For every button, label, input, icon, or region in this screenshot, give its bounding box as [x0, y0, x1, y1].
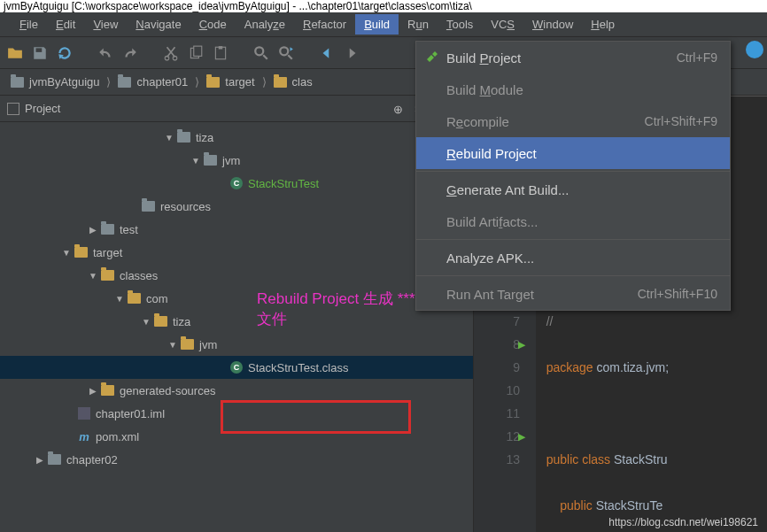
- menu-tools[interactable]: Tools: [438, 14, 482, 35]
- menu-build-project[interactable]: Build ProjectCtrl+F9: [416, 42, 730, 73]
- arrow-right-icon[interactable]: ▶: [89, 386, 97, 396]
- arrow-down-icon[interactable]: ▼: [191, 156, 200, 166]
- menu-window[interactable]: Window: [523, 14, 582, 35]
- line-number: 7: [474, 310, 520, 333]
- breadcrumb-item[interactable]: clas: [268, 75, 318, 89]
- folder-icon: [206, 77, 220, 88]
- menu-file[interactable]: File: [11, 14, 47, 35]
- undo-icon[interactable]: [97, 45, 113, 61]
- arrow-down-icon[interactable]: ▼: [115, 294, 124, 304]
- svg-rect-6: [219, 46, 223, 49]
- folder-icon: [48, 454, 61, 465]
- menu-help[interactable]: Help: [582, 14, 624, 35]
- window-title: jvmByAtguigu [C:\workspace\workspace_ide…: [0, 0, 767, 12]
- tree-node[interactable]: test: [120, 223, 138, 236]
- tree-node[interactable]: com: [146, 292, 168, 305]
- target-icon[interactable]: ⊕: [393, 103, 406, 115]
- menu-view[interactable]: View: [84, 14, 127, 35]
- tree-node[interactable]: tiza: [196, 131, 213, 144]
- menu-generate-ant[interactable]: Generate Ant Build...: [416, 173, 730, 205]
- arrow-down-icon[interactable]: ▼: [89, 271, 97, 281]
- menu-analyze[interactable]: Analyze: [236, 14, 294, 35]
- arrow-down-icon[interactable]: ▼: [168, 340, 177, 350]
- refresh-icon[interactable]: [57, 45, 73, 61]
- replace-icon[interactable]: [278, 45, 294, 61]
- tree-node[interactable]: resources: [160, 200, 211, 213]
- menu-recompile[interactable]: RecompileCtrl+Shift+F9: [416, 105, 730, 137]
- breadcrumb-item[interactable]: target: [201, 75, 260, 89]
- menu-separator: [416, 171, 730, 172]
- breadcrumb-item[interactable]: jvmByAtguigu: [5, 75, 105, 89]
- folder-icon: [181, 339, 194, 350]
- folder-icon: [101, 385, 114, 396]
- menu-run[interactable]: Run: [399, 14, 438, 35]
- project-tree[interactable]: ▼tiza ▼jvm CStackStruTest resources ▶tes…: [0, 122, 473, 532]
- menu-build-artifacts[interactable]: Build Artifacts...: [416, 205, 730, 237]
- menu-build-module[interactable]: Build Module: [416, 73, 730, 105]
- copy-icon[interactable]: [188, 45, 204, 61]
- tree-node[interactable]: classes: [120, 269, 158, 282]
- svg-rect-4: [194, 46, 202, 56]
- tree-node[interactable]: chapter02: [66, 453, 118, 466]
- save-icon[interactable]: [32, 45, 48, 61]
- run-gutter-icon[interactable]: ▶: [518, 425, 525, 448]
- maven-icon: m: [78, 430, 90, 443]
- svg-point-7: [255, 47, 263, 55]
- menu-separator: [416, 239, 730, 240]
- run-gutter-icon[interactable]: ▶: [518, 333, 525, 356]
- redo-icon[interactable]: [122, 45, 138, 61]
- folder-icon: [11, 77, 24, 88]
- arrow-down-icon[interactable]: ▼: [142, 317, 151, 327]
- line-number: 10: [474, 379, 520, 402]
- menu-vcs[interactable]: VCS: [482, 14, 523, 35]
- menu-navigate[interactable]: Navigate: [127, 14, 190, 35]
- svg-rect-0: [36, 48, 43, 52]
- open-icon[interactable]: [7, 45, 23, 61]
- folder-icon: [142, 201, 155, 212]
- class-icon: C: [230, 177, 243, 189]
- tree-node[interactable]: chapter01.iml: [96, 407, 165, 420]
- arrow-down-icon[interactable]: ▼: [165, 133, 174, 143]
- breadcrumb-item[interactable]: chapter01: [112, 75, 193, 89]
- svg-point-8: [280, 47, 288, 55]
- iml-icon: [78, 407, 90, 420]
- arrow-right-icon[interactable]: ▶: [89, 225, 97, 235]
- menu-bar: File Edit View Navigate Code Analyze Ref…: [0, 12, 767, 37]
- folder-icon: [101, 224, 114, 235]
- paste-icon[interactable]: [213, 45, 229, 61]
- folder-icon: [128, 293, 141, 304]
- menu-analyze-apk[interactable]: Analyze APK...: [416, 242, 730, 274]
- menu-refactor[interactable]: Refactor: [294, 14, 355, 35]
- folder-icon: [204, 155, 217, 166]
- back-icon[interactable]: [319, 45, 335, 61]
- tree-node[interactable]: tiza: [173, 315, 190, 328]
- tree-node[interactable]: jvm: [199, 338, 217, 351]
- menu-separator: [416, 275, 730, 276]
- tree-node[interactable]: StackStruTest: [248, 177, 319, 190]
- menu-edit[interactable]: Edit: [47, 14, 84, 35]
- menu-code[interactable]: Code: [190, 14, 236, 35]
- menu-run-ant[interactable]: Run Ant TargetCtrl+Shift+F10: [416, 278, 730, 310]
- folder-icon: [101, 270, 114, 281]
- forward-icon[interactable]: [344, 45, 360, 61]
- arrow-right-icon[interactable]: ▶: [35, 455, 44, 465]
- cut-icon[interactable]: [163, 45, 179, 61]
- arrow-down-icon[interactable]: ▼: [62, 248, 71, 258]
- menu-build[interactable]: Build: [355, 14, 399, 35]
- menu-rebuild-project[interactable]: Rebuild Project: [416, 137, 730, 169]
- tree-node[interactable]: jvm: [222, 154, 240, 167]
- search-icon[interactable]: [253, 45, 269, 61]
- folder-icon: [74, 247, 88, 258]
- chevron-right-icon: ⟩: [195, 75, 199, 89]
- folder-icon: [274, 77, 287, 88]
- line-number: 9: [474, 356, 520, 379]
- tree-node[interactable]: target: [93, 246, 122, 259]
- tree-node-selected[interactable]: StackStruTest.class: [248, 361, 348, 374]
- panel-title: Project: [25, 102, 60, 115]
- hammer-icon: [425, 51, 438, 64]
- globe-icon[interactable]: [746, 41, 763, 58]
- build-menu-dropdown: Build ProjectCtrl+F9 Build Module Recomp…: [415, 41, 731, 311]
- tree-node[interactable]: generated-sources: [120, 384, 215, 397]
- folder-icon: [118, 77, 131, 88]
- tree-node[interactable]: pom.xml: [96, 430, 139, 443]
